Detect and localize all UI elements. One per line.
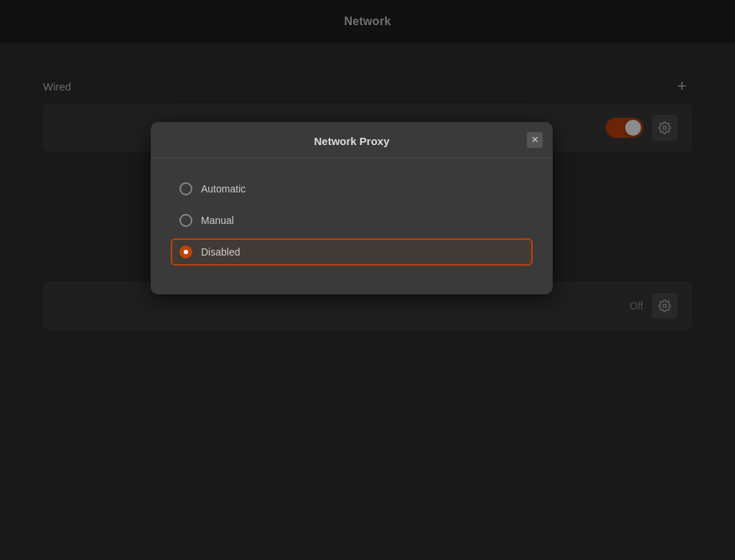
proxy-disabled-label: Disabled [201,246,240,258]
radio-manual [179,214,192,227]
dialog-header: Network Proxy ✕ [151,122,553,158]
network-proxy-dialog: Network Proxy ✕ Automatic Manual Disable… [151,122,553,294]
proxy-option-disabled[interactable]: Disabled [171,238,533,266]
proxy-option-automatic[interactable]: Automatic [171,175,533,202]
dialog-close-button[interactable]: ✕ [527,132,543,148]
dialog-body: Automatic Manual Disabled [151,158,553,294]
radio-automatic [179,182,192,195]
proxy-option-manual[interactable]: Manual [171,207,533,234]
radio-disabled [179,246,192,258]
dialog-title: Network Proxy [314,135,389,147]
proxy-manual-label: Manual [201,215,234,226]
proxy-automatic-label: Automatic [201,183,245,195]
